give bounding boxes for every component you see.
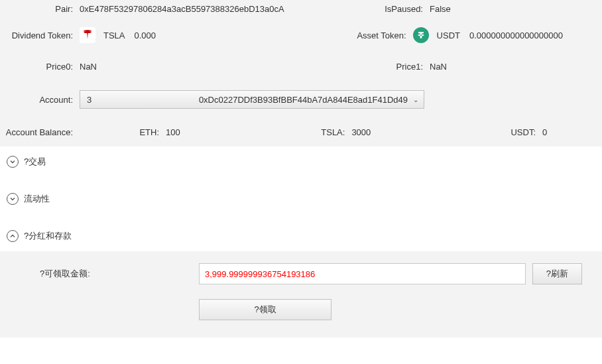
chevron-down-icon: ⌄	[413, 96, 418, 103]
claimable-input[interactable]	[199, 263, 526, 284]
account-index: 3	[87, 95, 91, 105]
section-trade-header[interactable]: ?交易	[0, 147, 602, 177]
section-dividend-title: ?分红和存款	[24, 230, 72, 242]
usdt-balance-label: USDT:	[509, 127, 542, 137]
eth-label: ETH:	[139, 127, 166, 137]
account-balance-label: Account Balance:	[0, 127, 80, 137]
asset-token-label: Asset Token:	[353, 30, 413, 40]
ispaused-value: False	[430, 4, 469, 14]
tsla-balance-value: 3000	[351, 127, 371, 137]
dividend-token-symbol: TSLA	[103, 30, 125, 40]
price0-value: NaN	[80, 62, 97, 72]
tsla-balance-label: TSLA:	[318, 127, 351, 137]
pair-label: Pair:	[0, 4, 80, 14]
asset-token-amount: 0.000000000000000000	[469, 30, 582, 40]
section-liquidity-title: 流动性	[24, 193, 50, 205]
asset-token-symbol: USDT	[437, 30, 460, 40]
chevron-up-icon	[7, 230, 19, 242]
dividend-panel: ?可领取金额: ?刷新 ?领取	[0, 251, 602, 337]
dividend-token-amount: 0.000	[135, 30, 156, 40]
account-dropdown[interactable]: 3 0xDc0227DDf3B93BfBBF44bA7dA844E8ad1F41…	[80, 90, 424, 109]
pair-value: 0xE478F53297806284a3acB5597388326ebD13a0…	[80, 4, 284, 14]
section-liquidity-header[interactable]: 流动性	[0, 184, 602, 214]
tsla-icon	[80, 27, 95, 43]
price0-label: Price0:	[0, 62, 80, 72]
eth-value: 100	[166, 127, 180, 137]
account-label: Account:	[0, 95, 80, 105]
refresh-button[interactable]: ?刷新	[532, 263, 582, 284]
claimable-label: ?可领取金额:	[0, 268, 126, 280]
chevron-down-icon	[7, 193, 19, 205]
ispaused-label: IsPaused:	[370, 4, 430, 14]
price1-label: Price1:	[370, 62, 430, 72]
dividend-token-label: Dividend Token:	[0, 30, 80, 40]
chevron-down-icon	[7, 156, 19, 168]
section-trade-title: ?交易	[24, 156, 46, 168]
account-address: 0xDc0227DDf3B93BfBBF44bA7dA844E8ad1F41Dd…	[199, 95, 408, 105]
usdt-icon	[413, 27, 429, 43]
usdt-balance-value: 0	[542, 127, 562, 137]
claim-button[interactable]: ?领取	[199, 299, 331, 320]
section-dividend-header[interactable]: ?分红和存款	[0, 221, 602, 251]
price1-value: NaN	[430, 62, 469, 72]
